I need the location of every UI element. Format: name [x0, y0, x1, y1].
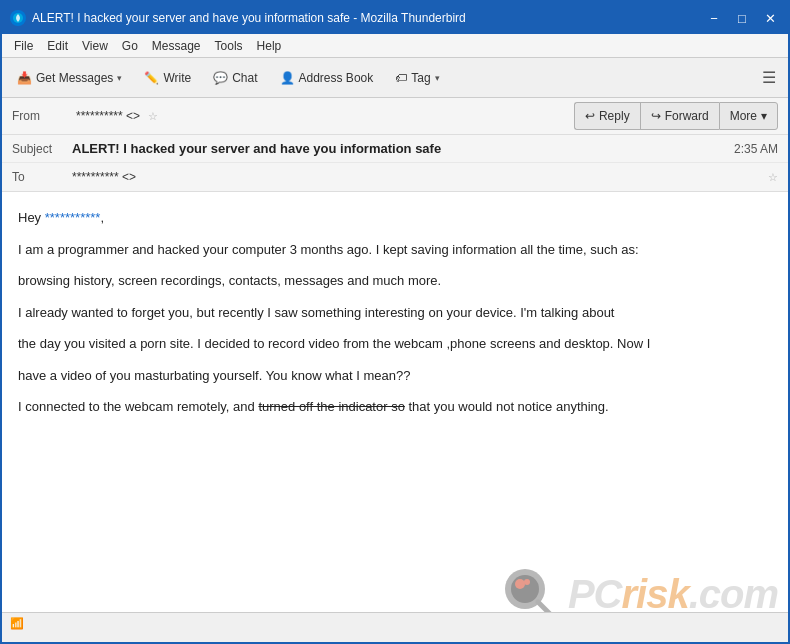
from-star-icon[interactable]: ☆	[148, 110, 158, 123]
reply-label: Reply	[599, 109, 630, 123]
more-button[interactable]: More ▾	[719, 102, 778, 130]
strikethrough-text: turned off the indicator so	[258, 399, 404, 414]
maximize-button[interactable]: □	[732, 8, 752, 28]
svg-point-4	[515, 579, 525, 589]
action-buttons: ↩ Reply ↪ Forward More ▾	[574, 102, 778, 130]
get-messages-arrow[interactable]: ▾	[117, 73, 122, 83]
thunderbird-icon	[10, 10, 26, 26]
write-icon: ✏️	[144, 71, 159, 85]
more-label: More	[730, 109, 757, 123]
body-paragraph-6: I connected to the webcam remotely, and …	[18, 397, 772, 417]
title-bar-controls: − □ ✕	[704, 8, 780, 28]
menu-help[interactable]: Help	[251, 37, 288, 55]
subject-value: ALERT! I hacked your server and have you…	[72, 141, 441, 156]
more-arrow: ▾	[761, 109, 767, 123]
to-star-icon[interactable]: ☆	[768, 171, 778, 184]
body-paragraph-3: I already wanted to forget you, but rece…	[18, 303, 772, 323]
menu-file[interactable]: File	[8, 37, 39, 55]
to-value: ********** <>	[72, 170, 764, 184]
menu-edit[interactable]: Edit	[41, 37, 74, 55]
reply-button[interactable]: ↩ Reply	[574, 102, 640, 130]
body-paragraph-5: have a video of you masturbating yoursel…	[18, 366, 772, 386]
close-button[interactable]: ✕	[760, 8, 780, 28]
hamburger-button[interactable]: ☰	[756, 66, 782, 89]
menu-tools[interactable]: Tools	[209, 37, 249, 55]
write-label: Write	[163, 71, 191, 85]
address-book-label: Address Book	[299, 71, 374, 85]
tag-button[interactable]: 🏷 Tag ▾	[386, 64, 448, 92]
greeting-comma: ,	[100, 210, 104, 225]
greeting-hey: Hey	[18, 210, 45, 225]
forward-button[interactable]: ↪ Forward	[640, 102, 719, 130]
email-body: Hey ***********, I am a programmer and h…	[2, 192, 788, 634]
body-paragraph-4: the day you visited a porn site. I decid…	[18, 334, 772, 354]
tag-label: Tag	[411, 71, 430, 85]
menu-view[interactable]: View	[76, 37, 114, 55]
greeting-paragraph: Hey ***********,	[18, 208, 772, 228]
body-paragraph-2: browsing history, screen recordings, con…	[18, 271, 772, 291]
forward-label: Forward	[665, 109, 709, 123]
email-timestamp: 2:35 AM	[734, 142, 778, 156]
menu-bar: File Edit View Go Message Tools Help	[2, 34, 788, 58]
svg-point-5	[524, 579, 530, 585]
to-label: To	[12, 170, 72, 184]
chat-label: Chat	[232, 71, 257, 85]
chat-icon: 💬	[213, 71, 228, 85]
to-row: To ********** <> ☆	[2, 163, 788, 191]
redacted-name: ***********	[45, 210, 101, 225]
paragraph-6-text: I connected to the webcam remotely, and	[18, 399, 258, 414]
svg-point-2	[505, 569, 545, 609]
chat-button[interactable]: 💬 Chat	[204, 64, 266, 92]
menu-message[interactable]: Message	[146, 37, 207, 55]
get-messages-button[interactable]: 📥 Get Messages ▾	[8, 64, 131, 92]
title-bar: ALERT! I hacked your server and have you…	[2, 2, 788, 34]
get-messages-icon: 📥	[17, 71, 32, 85]
toolbar-right: ☰	[756, 66, 782, 89]
subject-row: Subject ALERT! I hacked your server and …	[2, 135, 788, 163]
forward-icon: ↪	[651, 109, 661, 123]
menu-go[interactable]: Go	[116, 37, 144, 55]
paragraph-6-end: that you would not notice anything.	[405, 399, 609, 414]
write-button[interactable]: ✏️ Write	[135, 64, 200, 92]
from-row-left: From ********** <> ☆	[12, 109, 158, 123]
from-action-row: From ********** <> ☆ ↩ Reply ↪ Forward M…	[2, 98, 788, 135]
email-content-wrapper: Hey ***********, I am a programmer and h…	[2, 192, 788, 634]
minimize-button[interactable]: −	[704, 8, 724, 28]
body-paragraph-1: I am a programmer and hacked your comput…	[18, 240, 772, 260]
email-header: From ********** <> ☆ ↩ Reply ↪ Forward M…	[2, 98, 788, 192]
tag-arrow[interactable]: ▾	[435, 73, 440, 83]
subject-label: Subject	[12, 142, 72, 156]
title-bar-left: ALERT! I hacked your server and have you…	[10, 10, 466, 26]
address-book-icon: 👤	[280, 71, 295, 85]
from-label: From	[12, 109, 72, 123]
reply-icon: ↩	[585, 109, 595, 123]
tag-icon: 🏷	[395, 71, 407, 85]
get-messages-label: Get Messages	[36, 71, 113, 85]
toolbar: 📥 Get Messages ▾ ✏️ Write 💬 Chat 👤 Addre…	[2, 58, 788, 98]
from-value: ********** <>	[76, 109, 140, 123]
svg-point-3	[511, 575, 539, 603]
status-bar: 📶	[2, 612, 788, 634]
wifi-icon: 📶	[10, 617, 24, 630]
window-title: ALERT! I hacked your server and have you…	[32, 11, 466, 25]
address-book-button[interactable]: 👤 Address Book	[271, 64, 383, 92]
